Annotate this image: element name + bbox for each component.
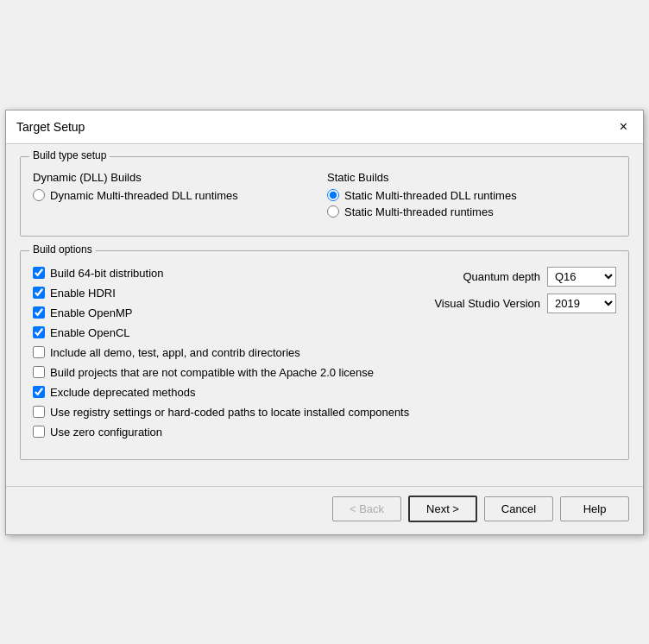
close-button[interactable]: ×	[614, 117, 633, 136]
checkbox-apache-label[interactable]: Build projects that are not compatible w…	[50, 366, 374, 379]
checkbox-hdri[interactable]	[33, 287, 45, 299]
checkbox-item-demo: Include all demo, test, appl, and contri…	[33, 346, 418, 359]
help-button[interactable]: Help	[560, 496, 629, 521]
checkbox-demo-label[interactable]: Include all demo, test, appl, and contri…	[50, 346, 300, 359]
checkbox-64bit-label[interactable]: Build 64-bit distribution	[50, 267, 164, 280]
build-options-group: Build options Build 64-bit distribution …	[20, 250, 629, 460]
dialog-body: Build type setup Dynamic (DLL) Builds Dy…	[6, 144, 643, 486]
static-col: Static Builds Static Multi-threaded DLL …	[327, 171, 616, 222]
checkbox-item-deprecated: Exclude deprecated methods	[33, 386, 418, 399]
build-type-title: Build type setup	[29, 149, 110, 161]
checkbox-item-hdri: Enable HDRI	[33, 287, 418, 300]
title-bar: Target Setup ×	[6, 110, 643, 144]
back-button[interactable]: < Back	[332, 496, 401, 521]
radio-static-multithreaded-dll-label[interactable]: Static Multi-threaded DLL runtimes	[344, 189, 517, 202]
target-setup-dialog: Target Setup × Build type setup Dynamic …	[5, 110, 644, 535]
checkbox-item-registry: Use registry settings or hard-coded path…	[33, 406, 418, 419]
checkbox-64bit[interactable]	[33, 267, 45, 279]
checkbox-item-openmp: Enable OpenMP	[33, 306, 418, 319]
checkbox-deprecated-label[interactable]: Exclude deprecated methods	[50, 386, 195, 399]
visual-studio-label: Visual Studio Version	[434, 297, 540, 310]
checkbox-zero-config-label[interactable]: Use zero configuration	[50, 426, 162, 439]
radio-item-static-dll: Static Multi-threaded DLL runtimes	[327, 189, 616, 202]
checkbox-item-zero-config: Use zero configuration	[33, 426, 418, 439]
checkbox-apache[interactable]	[33, 366, 45, 378]
dynamic-header: Dynamic (DLL) Builds	[33, 171, 322, 184]
checkbox-opencl[interactable]	[33, 326, 45, 338]
static-header: Static Builds	[327, 171, 616, 184]
build-options-content: Build 64-bit distribution Enable HDRI En…	[33, 267, 616, 445]
checkbox-openmp-label[interactable]: Enable OpenMP	[50, 306, 132, 319]
dynamic-col: Dynamic (DLL) Builds Dynamic Multi-threa…	[33, 171, 322, 222]
build-options-title: Build options	[29, 243, 96, 256]
radio-item-static: Static Multi-threaded runtimes	[327, 205, 616, 218]
quantum-depth-row: Quantum depth Q8 Q16 Q32 Q64	[426, 267, 616, 287]
checkbox-opencl-label[interactable]: Enable OpenCL	[50, 326, 130, 339]
checkbox-demo[interactable]	[33, 346, 45, 358]
checkbox-openmp[interactable]	[33, 306, 45, 319]
checkbox-deprecated[interactable]	[33, 386, 45, 398]
checkbox-hdri-label[interactable]: Enable HDRI	[50, 287, 116, 300]
quantum-depth-select[interactable]: Q8 Q16 Q32 Q64	[547, 267, 616, 287]
radio-dynamic-multithreaded-dll-label[interactable]: Dynamic Multi-threaded DLL runtimes	[50, 189, 238, 202]
settings-col: Quantum depth Q8 Q16 Q32 Q64 Visual Stud…	[426, 267, 616, 313]
dialog-title: Target Setup	[16, 120, 85, 134]
radio-dynamic-multithreaded-dll[interactable]	[33, 189, 45, 201]
checkbox-zero-config[interactable]	[33, 426, 45, 438]
dialog-footer: < Back Next > Cancel Help	[6, 486, 643, 534]
options-row: Build 64-bit distribution Enable HDRI En…	[33, 267, 616, 445]
build-type-group: Build type setup Dynamic (DLL) Builds Dy…	[20, 156, 629, 237]
radio-static-multithreaded-label[interactable]: Static Multi-threaded runtimes	[344, 205, 494, 218]
checkbox-item-opencl: Enable OpenCL	[33, 326, 418, 339]
cancel-button[interactable]: Cancel	[484, 496, 553, 521]
checkbox-registry[interactable]	[33, 406, 45, 418]
checkboxes-col: Build 64-bit distribution Enable HDRI En…	[33, 267, 418, 445]
checkbox-registry-label[interactable]: Use registry settings or hard-coded path…	[50, 406, 409, 419]
quantum-depth-label: Quantum depth	[463, 270, 540, 283]
visual-studio-row: Visual Studio Version 2015 2017 2019 202…	[426, 294, 616, 313]
visual-studio-select[interactable]: 2015 2017 2019 2022	[547, 294, 616, 313]
radio-static-multithreaded-dll[interactable]	[327, 189, 339, 201]
checkbox-item-64bit: Build 64-bit distribution	[33, 267, 418, 280]
build-type-grid: Dynamic (DLL) Builds Dynamic Multi-threa…	[33, 171, 616, 222]
checkbox-item-apache: Build projects that are not compatible w…	[33, 366, 418, 379]
radio-item-dynamic: Dynamic Multi-threaded DLL runtimes	[33, 189, 322, 202]
radio-static-multithreaded[interactable]	[327, 205, 339, 218]
next-button[interactable]: Next >	[408, 496, 477, 522]
